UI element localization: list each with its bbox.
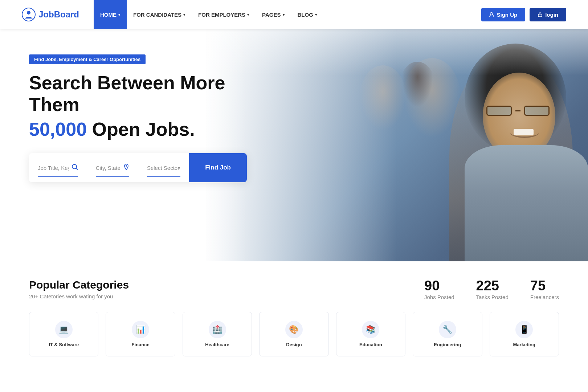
- category-card[interactable]: 📱 Marketing: [490, 312, 559, 356]
- nav-item-home[interactable]: HOME ▾: [94, 0, 127, 29]
- nav-item-pages[interactable]: PAGES ▾: [256, 0, 291, 29]
- nav-buttons: Sign Up login: [481, 8, 567, 21]
- sector-field: Select Sector IT & Technology Healthcare…: [138, 153, 189, 182]
- category-card[interactable]: 💻 IT & Software: [29, 312, 98, 356]
- navbar: JobBoard HOME ▾ FOR CANDIDATES ▾ FOR EMP…: [0, 0, 588, 29]
- stat-tasks-label: Tasks Posted: [476, 294, 509, 300]
- category-card-icon: 📚: [362, 321, 379, 338]
- keyword-underline: [38, 176, 78, 177]
- search-icon: [72, 164, 78, 172]
- hero-badge: Find Jobs, Employment & Career Opportuni…: [29, 54, 146, 64]
- category-card-name: Education: [359, 342, 382, 347]
- location-input[interactable]: [96, 165, 121, 171]
- categories-subtitle: 20+ Catetories work wating for you: [29, 293, 424, 299]
- category-card-name: Design: [286, 342, 302, 347]
- bottom-section: Popular Categories 20+ Catetories work w…: [0, 261, 588, 312]
- hero-number: 50,000: [29, 119, 87, 140]
- category-card[interactable]: 🎨 Design: [259, 312, 328, 356]
- category-card-name: Marketing: [513, 342, 535, 347]
- stat-tasks-number: 225: [476, 279, 509, 293]
- categories-title: Popular Categories: [29, 279, 424, 291]
- chevron-down-icon: ▾: [183, 13, 185, 17]
- categories-section: Popular Categories 20+ Catetories work w…: [29, 279, 424, 299]
- keyword-input[interactable]: [38, 165, 69, 171]
- category-card[interactable]: 📚 Education: [336, 312, 405, 356]
- chevron-down-icon: ▾: [247, 13, 249, 17]
- sector-chevron-icon: ▾: [178, 165, 180, 171]
- location-field: [87, 153, 138, 182]
- svg-point-6: [126, 165, 127, 167]
- find-job-button[interactable]: Find Job: [189, 153, 247, 182]
- location-underline: [96, 176, 129, 177]
- sector-select[interactable]: Select Sector IT & Technology Healthcare…: [147, 165, 180, 171]
- stat-jobs-posted: 90 Jobs Posted: [424, 279, 454, 300]
- svg-point-1: [27, 11, 30, 15]
- stat-freelancers: 75 Freelancers: [530, 279, 559, 300]
- hero-content: Find Jobs, Employment & Career Opportuni…: [0, 29, 276, 208]
- stat-freelancers-label: Freelancers: [530, 294, 559, 300]
- stat-jobs-label: Jobs Posted: [424, 294, 454, 300]
- user-plus-icon: [489, 12, 494, 17]
- chevron-down-icon: ▾: [315, 13, 317, 17]
- category-cards-row: 💻 IT & Software 📊 Finance 🏥 Healthcare 🎨…: [0, 312, 588, 364]
- category-card-icon: 💻: [55, 321, 73, 338]
- lock-icon: [538, 12, 543, 17]
- logo-text: JobBoard: [38, 9, 79, 20]
- category-card-name: Finance: [132, 342, 150, 347]
- chevron-down-icon: ▾: [283, 13, 285, 17]
- logo-icon: [22, 8, 36, 21]
- nav-item-blog[interactable]: BLOG ▾: [291, 0, 323, 29]
- sector-underline: [147, 176, 180, 177]
- login-button[interactable]: login: [530, 8, 566, 21]
- category-card[interactable]: 🏥 Healthcare: [183, 312, 252, 356]
- stat-jobs-number: 90: [424, 279, 454, 293]
- svg-rect-3: [538, 14, 542, 17]
- category-card-icon: 📊: [132, 321, 149, 338]
- stat-freelancers-number: 75: [530, 279, 559, 293]
- chevron-down-icon: ▾: [118, 13, 120, 17]
- category-card-name: Engineering: [434, 342, 461, 347]
- logo[interactable]: JobBoard: [22, 8, 79, 21]
- hero-section: Find Jobs, Employment & Career Opportuni…: [0, 29, 588, 261]
- category-card-name: Healthcare: [205, 342, 229, 347]
- category-card-icon: 🔧: [439, 321, 456, 338]
- hero-title-line2: 50,000 Open Jobs.: [29, 119, 247, 140]
- category-card-icon: 🏥: [209, 321, 226, 338]
- category-card[interactable]: 🔧 Engineering: [413, 312, 482, 356]
- keyword-field: [29, 153, 87, 182]
- stats-section: 90 Jobs Posted 225 Tasks Posted 75 Freel…: [424, 279, 559, 300]
- signup-button[interactable]: Sign Up: [481, 8, 526, 21]
- stat-tasks-posted: 225 Tasks Posted: [476, 279, 509, 300]
- search-bar: Select Sector IT & Technology Healthcare…: [29, 153, 247, 182]
- category-card-name: IT & Software: [49, 342, 79, 347]
- nav-item-for-candidates[interactable]: FOR CANDIDATES ▾: [127, 0, 192, 29]
- category-card[interactable]: 📊 Finance: [106, 312, 175, 356]
- hero-title-line1: Search Between More Them: [29, 72, 247, 116]
- nav-links: HOME ▾ FOR CANDIDATES ▾ FOR EMPLOYERS ▾ …: [94, 0, 481, 29]
- nav-item-for-employers[interactable]: FOR EMPLOYERS ▾: [192, 0, 256, 29]
- svg-line-5: [76, 168, 78, 170]
- hero-title-line2-suffix: Open Jobs.: [92, 119, 195, 140]
- location-icon: [123, 164, 129, 172]
- category-card-icon: 🎨: [285, 321, 303, 338]
- category-card-icon: 📱: [515, 321, 533, 338]
